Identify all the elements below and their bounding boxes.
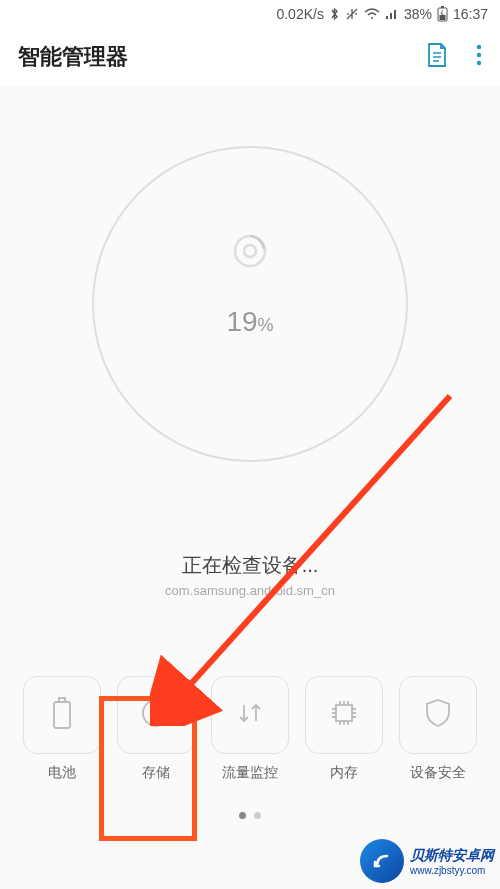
svg-point-11	[244, 245, 256, 257]
tile-security[interactable]: 设备安全	[394, 676, 482, 782]
watermark-url: www.zjbstyy.com	[410, 865, 494, 876]
svg-rect-12	[54, 702, 70, 728]
gauge-unit: %	[258, 315, 274, 335]
tile-memory[interactable]: 内存	[300, 676, 388, 782]
gauge-circle[interactable]: 19%	[92, 146, 408, 462]
tile-label: 内存	[330, 764, 358, 782]
tile-data-usage[interactable]: 流量监控	[206, 676, 294, 782]
dot	[254, 812, 261, 819]
data-usage-tile-icon	[234, 697, 266, 733]
storage-tile-icon	[139, 696, 173, 734]
app-header: 智能管理器	[0, 28, 500, 86]
svg-rect-2	[441, 6, 444, 8]
mute-icon	[345, 7, 359, 21]
battery-tile-icon	[50, 696, 74, 734]
gauge-value: 19	[226, 306, 257, 337]
bluetooth-icon	[329, 7, 340, 21]
status-bar: 0.02K/s 38% 16:37	[0, 0, 500, 28]
status-text: 正在检查设备... com.samsung.android.sm_cn	[0, 552, 500, 598]
gauge-center-icon	[229, 230, 271, 276]
wifi-icon	[364, 8, 380, 20]
tile-label: 存储	[142, 764, 170, 782]
more-icon[interactable]	[476, 44, 482, 70]
status-package: com.samsung.android.sm_cn	[0, 583, 500, 598]
document-icon[interactable]	[426, 42, 448, 72]
watermark: 贝斯特安卓网 www.zjbstyy.com	[360, 839, 494, 883]
memory-tile-icon	[328, 697, 360, 733]
svg-point-0	[371, 17, 373, 19]
tile-label: 设备安全	[410, 764, 466, 782]
page-indicator	[0, 812, 500, 819]
tile-battery[interactable]: 电池	[18, 676, 106, 782]
tile-label: 流量监控	[222, 764, 278, 782]
svg-point-9	[477, 61, 481, 65]
gauge-percent: 19%	[226, 306, 273, 338]
tiles-row: 电池 存储 流量监控 内存	[0, 676, 500, 782]
battery-icon	[437, 6, 448, 22]
svg-rect-16	[336, 705, 352, 721]
battery-percent: 38%	[404, 6, 432, 22]
status-checking: 正在检查设备...	[0, 552, 500, 579]
gauge-container: 19%	[0, 86, 500, 462]
network-speed: 0.02K/s	[276, 6, 323, 22]
signal-icon	[385, 8, 399, 20]
svg-point-15	[151, 708, 161, 718]
tile-storage[interactable]: 存储	[112, 676, 200, 782]
page-title: 智能管理器	[18, 42, 426, 72]
watermark-logo-icon	[360, 839, 404, 883]
main-content: 19% 正在检查设备... com.samsung.android.sm_cn …	[0, 86, 500, 889]
clock-time: 16:37	[453, 6, 488, 22]
watermark-title: 贝斯特安卓网	[410, 847, 494, 865]
dot-active	[239, 812, 246, 819]
svg-point-8	[477, 53, 481, 57]
svg-point-7	[477, 45, 481, 49]
tile-label: 电池	[48, 764, 76, 782]
svg-rect-13	[59, 698, 65, 702]
shield-tile-icon	[424, 697, 452, 733]
